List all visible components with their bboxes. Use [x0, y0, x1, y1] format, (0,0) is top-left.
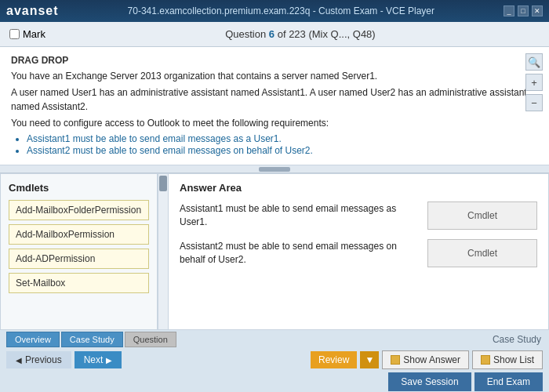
zoom-in-btn[interactable]: +	[525, 74, 543, 91]
show-list-button[interactable]: Show List	[472, 350, 543, 369]
answer-desc-2: Assistant2 must be able to send email me…	[180, 240, 420, 267]
scroll-handle	[259, 167, 290, 172]
bullet-1: Assistant1 must be able to send email me…	[27, 133, 538, 144]
vertical-scrollbar[interactable]	[158, 174, 169, 329]
answer-area-title: Answer Area	[180, 182, 537, 194]
end-exam-button[interactable]: End Exam	[474, 372, 543, 391]
vertical-scroll-handle	[159, 176, 167, 191]
answer-drop-zone-1[interactable]: Cmdlet	[427, 201, 537, 230]
previous-button[interactable]: ◀ Previous	[6, 351, 71, 368]
window-controls: _ □ ✕	[504, 5, 543, 16]
question-paragraph-1: You have an Exchange Server 2013 organiz…	[11, 69, 538, 130]
answer-panel: Answer Area Assistant1 must be able to s…	[169, 174, 548, 329]
maximize-button[interactable]: □	[518, 5, 529, 16]
review-arrow-button[interactable]: ▼	[360, 351, 379, 368]
save-session-button[interactable]: Save Session	[388, 372, 471, 391]
show-answer-button[interactable]: Show Answer	[382, 350, 469, 369]
horizontal-scrollbar[interactable]	[0, 165, 549, 173]
question-type: DRAG DROP	[11, 55, 538, 66]
logo-suffix: set	[38, 4, 58, 17]
window-title: 70-341.examcollection.premium.exam.223q …	[59, 5, 504, 16]
question-number: 6	[269, 28, 274, 40]
nav-row: ◀ Previous Next ▶ Review ▼ Show Answer S…	[0, 347, 549, 372]
show-answer-checkbox-icon	[391, 355, 400, 365]
top-toolbar: Mark Question 6 of 223 (Mix Q..., Q48)	[0, 22, 549, 47]
bottom-buttons-row: Save Session End Exam	[0, 372, 549, 392]
show-list-checkbox-icon	[481, 355, 490, 365]
mark-checkbox[interactable]: Mark	[9, 28, 45, 40]
app-logo: avanset	[6, 4, 59, 18]
answer-row-1: Assistant1 must be able to send email me…	[180, 201, 537, 230]
question-info: Question 6 of 223 (Mix Q..., Q48)	[61, 28, 540, 40]
sidebar-icons: 🔍 + −	[525, 53, 543, 111]
drag-drop-container: Cmdlets Add-MailboxFolderPermission Add-…	[0, 173, 549, 330]
review-down-icon: ▼	[365, 354, 374, 365]
answer-desc-1: Assistant1 must be able to send email me…	[180, 202, 420, 229]
tab-overview[interactable]: Overview	[6, 332, 60, 347]
next-arrow-icon: ▶	[106, 356, 112, 365]
cmdlet-item-3[interactable]: Add-ADPermission	[9, 249, 149, 269]
cmdlets-panel: Cmdlets Add-MailboxFolderPermission Add-…	[1, 174, 158, 329]
tab-question[interactable]: Question	[125, 332, 176, 347]
bullet-2: Assistant2 must be able to send email me…	[27, 145, 538, 156]
search-icon-btn[interactable]: 🔍	[525, 53, 543, 71]
bottom-section: Overview Case Study Question Case Study …	[0, 328, 549, 392]
question-bullets: Assistant1 must be able to send email me…	[11, 133, 538, 156]
cmdlets-title: Cmdlets	[9, 182, 149, 194]
mark-label: Mark	[23, 28, 45, 40]
cmdlet-item-2[interactable]: Add-MailboxPermission	[9, 224, 149, 245]
question-area: DRAG DROP You have an Exchange Server 20…	[0, 47, 549, 165]
close-button[interactable]: ✕	[532, 5, 543, 16]
cmdlet-item-4[interactable]: Set-Mailbox	[9, 273, 149, 293]
title-bar: avanset 70-341.examcollection.premium.ex…	[0, 0, 549, 22]
minimize-button[interactable]: _	[504, 5, 514, 16]
prev-arrow-icon: ◀	[16, 356, 22, 365]
mark-input[interactable]	[9, 29, 20, 39]
zoom-out-btn[interactable]: −	[525, 94, 543, 111]
cmdlet-item-1[interactable]: Add-MailboxFolderPermission	[9, 200, 149, 220]
answer-drop-zone-2[interactable]: Cmdlet	[427, 239, 537, 267]
logo-text: avan	[6, 4, 38, 17]
answer-row-2: Assistant2 must be able to send email me…	[180, 239, 537, 267]
review-button[interactable]: Review	[311, 351, 357, 368]
tabs-row: Overview Case Study Question Case Study	[0, 328, 549, 347]
next-button[interactable]: Next ▶	[75, 351, 122, 368]
main-area: Mark Question 6 of 223 (Mix Q..., Q48) D…	[0, 22, 549, 328]
case-study-label: Case Study	[493, 334, 541, 345]
tab-case-study[interactable]: Case Study	[61, 332, 123, 347]
